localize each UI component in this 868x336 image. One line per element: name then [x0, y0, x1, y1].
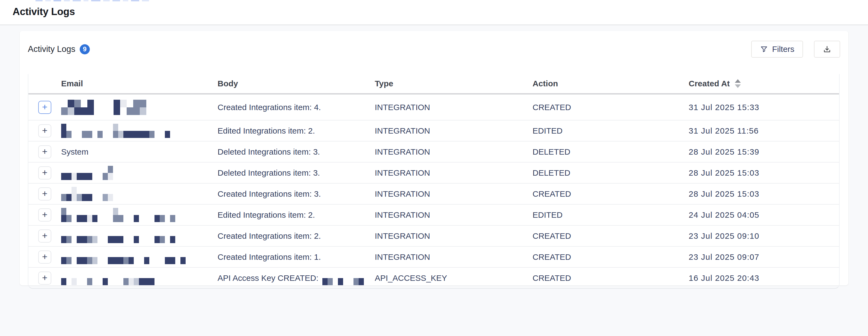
redacted-pixel-block [131, 0, 139, 1]
action-cell: CREATED [532, 231, 689, 241]
redacted-pixel-block [123, 0, 128, 1]
redacted-text-blocks [61, 250, 218, 264]
redacted-pixel-block [113, 0, 120, 1]
filter-funnel-icon [760, 45, 768, 53]
expand-row-button[interactable]: + [38, 124, 51, 137]
expand-cell: + [28, 251, 61, 263]
redacted-pixel-block [54, 0, 61, 1]
expand-row-button[interactable]: + [38, 229, 51, 243]
table-row: +API Access Key CREATED:API_ACCESS_KEYCR… [28, 268, 839, 288]
redacted-text-blocks [61, 166, 218, 180]
download-button[interactable] [814, 41, 840, 58]
type-cell: INTEGRATION [375, 211, 532, 220]
type-cell: API_ACCESS_KEY [375, 274, 532, 283]
created-at-cell: 23 Jul 2025 09:07 [689, 252, 839, 262]
expand-row-button[interactable]: + [38, 208, 51, 222]
expand-row-button[interactable]: + [38, 251, 51, 263]
redacted-text-blocks [61, 271, 218, 285]
body-cell: Created Integrations item: 3. [218, 189, 375, 199]
top-header-bar: Activity Logs [0, 0, 868, 25]
download-icon [823, 45, 832, 54]
table-row: +Created Integrations item: 2.INTEGRATIO… [28, 226, 839, 247]
type-cell: INTEGRATION [375, 147, 532, 157]
card-toolbar: Activity Logs 9 Filters [20, 31, 848, 58]
redacted-text-blocks [61, 229, 218, 243]
table-row: +Created Integrations item: 4.INTEGRATIO… [28, 94, 839, 120]
action-cell: DELETED [532, 168, 689, 177]
filters-button[interactable]: Filters [751, 41, 803, 58]
table-header-row: Email Body Type Action Created At [28, 74, 839, 94]
redacted-pixel-block [35, 0, 42, 1]
email-cell [61, 100, 218, 115]
redacted-pixel-block [72, 0, 81, 1]
expand-row-button[interactable]: + [38, 272, 51, 285]
email-cell [61, 208, 218, 222]
table-row: +Deleted Integrations item: 3.INTEGRATIO… [28, 163, 839, 184]
email-cell [61, 124, 218, 138]
email-cell [61, 250, 218, 264]
table-row: +Edited Integrations item: 2.INTEGRATION… [28, 205, 839, 226]
expand-row-button[interactable]: + [38, 187, 51, 200]
activity-logs-card: Activity Logs 9 Filters Email Body Type [20, 31, 848, 285]
action-cell: CREATED [532, 274, 689, 283]
table-body: +Created Integrations item: 4.INTEGRATIO… [28, 94, 839, 288]
body-cell: API Access Key CREATED: [218, 271, 375, 285]
redacted-text-blocks [322, 271, 364, 285]
expand-row-button[interactable]: + [38, 101, 51, 114]
col-header-created-at: Created At [689, 79, 839, 88]
action-cell: CREATED [532, 189, 689, 199]
action-cell: DELETED [532, 147, 689, 157]
redacted-pixel-block [84, 0, 88, 1]
table-row: +Edited Integrations item: 2.INTEGRATION… [28, 120, 839, 141]
expand-cell: + [28, 272, 61, 285]
body-text: API Access Key CREATED: [218, 274, 318, 283]
redacted-pixel-block [45, 0, 51, 1]
sort-icon[interactable] [735, 79, 741, 88]
page-title: Activity Logs [0, 0, 868, 18]
action-cell: EDITED [532, 126, 689, 136]
redacted-text-blocks [61, 208, 218, 222]
expand-cell: + [28, 208, 61, 222]
email-cell [61, 166, 218, 180]
expand-cell: + [28, 229, 61, 243]
body-cell: Created Integrations item: 2. [218, 231, 375, 241]
redacted-breadcrumb-artifact [35, 0, 149, 1]
col-header-type: Type [375, 79, 532, 88]
created-at-cell: 28 Jul 2025 15:39 [689, 147, 839, 157]
type-cell: INTEGRATION [375, 103, 532, 112]
email-cell [61, 187, 218, 201]
expand-cell: + [28, 166, 61, 179]
expand-cell: + [28, 124, 61, 137]
created-at-cell: 31 Jul 2025 11:56 [689, 126, 839, 136]
email-cell [61, 229, 218, 243]
col-header-action: Action [532, 79, 689, 88]
expand-row-button[interactable]: + [38, 145, 51, 159]
created-at-cell: 24 Jul 2025 04:05 [689, 211, 839, 220]
expand-cell: + [28, 187, 61, 200]
created-at-cell: 28 Jul 2025 15:03 [689, 168, 839, 177]
filters-button-label: Filters [772, 45, 795, 54]
table-row: +Created Integrations item: 1.INTEGRATIO… [28, 247, 839, 268]
expand-row-button[interactable]: + [38, 166, 51, 179]
col-header-body: Body [218, 79, 375, 88]
redacted-pixel-block [64, 0, 70, 1]
action-cell: CREATED [532, 103, 689, 112]
body-cell: Deleted Integrations item: 3. [218, 147, 375, 157]
type-cell: INTEGRATION [375, 231, 532, 241]
created-at-cell: 23 Jul 2025 09:10 [689, 231, 839, 241]
type-cell: INTEGRATION [375, 189, 532, 199]
body-cell: Deleted Integrations item: 3. [218, 168, 375, 177]
card-title: Activity Logs [28, 44, 75, 54]
redacted-pixel-block [142, 0, 149, 1]
redacted-pixel-block [103, 0, 110, 1]
expand-cell: + [28, 101, 61, 114]
type-cell: INTEGRATION [375, 126, 532, 136]
count-badge: 9 [80, 44, 90, 54]
created-at-cell: 28 Jul 2025 15:03 [689, 189, 839, 199]
email-cell: System [61, 147, 218, 157]
body-cell: Created Integrations item: 4. [218, 103, 375, 112]
type-cell: INTEGRATION [375, 168, 532, 177]
redacted-pixel-block [91, 0, 100, 1]
table-row: +SystemDeleted Integrations item: 3.INTE… [28, 141, 839, 163]
activity-logs-table: Email Body Type Action Created At +Creat… [28, 74, 840, 289]
